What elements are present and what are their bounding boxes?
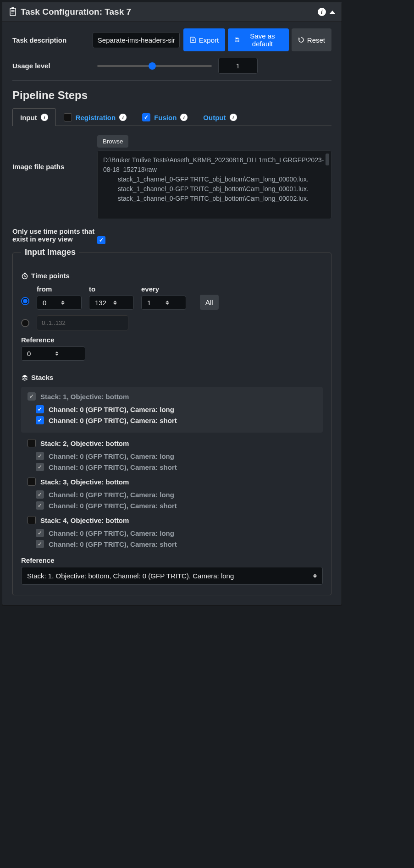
channel-label: Channel: 0 (GFP TRITC), Camera: long xyxy=(49,529,174,537)
only-timepoints-checkbox[interactable] xyxy=(97,236,105,244)
stack-checkbox[interactable] xyxy=(28,516,36,524)
info-icon[interactable]: i xyxy=(180,114,188,121)
stack-header: Stack: 1, Objective: bottom xyxy=(28,392,316,401)
every-input[interactable]: 1 xyxy=(141,296,186,310)
paths-listbox[interactable]: D:\Bruker Trulive Tests\Anseth_KBMB_2023… xyxy=(97,150,331,219)
export-button[interactable]: Export xyxy=(183,28,225,51)
only-timepoints-label: Only use time points that exist in every… xyxy=(12,227,97,243)
channel-checkbox[interactable] xyxy=(36,540,44,548)
channel-checkbox[interactable] xyxy=(36,529,44,537)
export-label: Export xyxy=(199,36,219,44)
channel-checkbox[interactable] xyxy=(36,463,44,471)
stack-checkbox[interactable] xyxy=(28,392,36,401)
save-icon xyxy=(234,37,240,43)
tab-input-label: Input xyxy=(20,114,37,121)
stack-header: Stack: 2, Objective: bottom xyxy=(21,439,323,447)
channel-row: Channel: 0 (GFP TRITC), Camera: short xyxy=(21,540,323,548)
to-label: to xyxy=(89,285,134,293)
stack-reference-select[interactable]: Stack: 1, Objective: bottom, Channel: 0 … xyxy=(21,567,323,585)
channel-checkbox[interactable] xyxy=(36,452,44,460)
stack-group: Stack: 2, Objective: bottom Channel: 0 (… xyxy=(21,439,323,471)
channel-checkbox[interactable] xyxy=(36,405,44,413)
stack-checkbox[interactable] xyxy=(28,478,36,486)
channel-label: Channel: 0 (GFP TRITC), Camera: short xyxy=(49,502,177,510)
tab-output-label: Output xyxy=(203,114,226,121)
svg-rect-8 xyxy=(24,273,26,274)
channel-checkbox[interactable] xyxy=(36,490,44,499)
channel-row: Channel: 0 (GFP TRITC), Camera: short xyxy=(28,416,316,424)
timepoints-expr-radio[interactable] xyxy=(21,319,29,327)
save-default-button[interactable]: Save as default xyxy=(228,28,289,51)
reference-tp-input[interactable]: 0 xyxy=(21,346,85,361)
svg-rect-4 xyxy=(11,13,14,13)
info-icon[interactable]: i xyxy=(230,114,237,121)
pipeline-title: Pipeline Steps xyxy=(12,89,331,102)
timepoints-heading: Time points xyxy=(21,272,323,280)
task-description-input[interactable] xyxy=(93,32,180,48)
channel-checkbox[interactable] xyxy=(36,501,44,510)
channel-row: Channel: 0 (GFP TRITC), Camera: long xyxy=(28,405,316,413)
registration-checkbox[interactable] xyxy=(64,113,72,121)
stack-reference-value: Stack: 1, Objective: bottom, Channel: 0 … xyxy=(27,572,234,580)
reset-label: Reset xyxy=(307,36,325,44)
info-icon[interactable]: i xyxy=(119,114,127,121)
channel-row: Channel: 0 (GFP TRITC), Camera: long xyxy=(21,490,323,499)
clipboard-icon xyxy=(9,7,17,16)
task-description-label: Task description xyxy=(12,36,93,44)
collapse-caret-icon[interactable] xyxy=(330,11,335,14)
channel-label: Channel: 0 (GFP TRITC), Camera: short xyxy=(49,540,177,548)
tab-fusion[interactable]: Fusion i xyxy=(134,108,195,126)
svg-rect-5 xyxy=(236,38,238,39)
to-input[interactable]: 132 xyxy=(89,296,134,310)
panel-title: Task Configuration: Task 7 xyxy=(21,7,318,17)
layers-icon xyxy=(21,374,28,381)
stack-title: Stack: 3, Objective: bottom xyxy=(40,478,129,486)
tab-registration[interactable]: Registration i xyxy=(56,108,135,126)
every-label: every xyxy=(141,285,186,293)
stack-group: Stack: 3, Objective: bottom Channel: 0 (… xyxy=(21,478,323,510)
timepoints-expr-row xyxy=(21,315,323,330)
tab-registration-label: Registration xyxy=(76,114,116,121)
tab-content-input: Image file paths Browse D:\Bruker Truliv… xyxy=(12,126,331,595)
stack-title: Stack: 1, Objective: bottom xyxy=(40,393,129,401)
reference-tp-label: Reference xyxy=(21,336,323,344)
channel-row: Channel: 0 (GFP TRITC), Camera: short xyxy=(21,501,323,510)
task-buttons: Export Save as default Reset xyxy=(183,28,331,51)
usage-level-label: Usage level xyxy=(12,62,97,70)
file-entry: stack_1_channel_0-GFP TRITC_obj_bottom\C… xyxy=(103,194,326,203)
task-description-row: Task description Export Save as default … xyxy=(12,28,331,51)
from-input[interactable]: 0 xyxy=(37,296,82,310)
info-icon[interactable]: i xyxy=(318,8,326,16)
fusion-checkbox[interactable] xyxy=(142,113,150,121)
stack-title: Stack: 2, Objective: bottom xyxy=(40,439,129,447)
pipeline-tabs: Input i Registration i Fusion i Output i xyxy=(12,108,331,126)
timepoints-expr-input[interactable] xyxy=(37,315,128,330)
scrollbar-thumb[interactable] xyxy=(326,154,329,165)
file-entry: stack_1_channel_0-GFP TRITC_obj_bottom\C… xyxy=(103,184,326,194)
stack-header: Stack: 3, Objective: bottom xyxy=(21,478,323,486)
usage-slider[interactable] xyxy=(97,65,212,67)
reference-tp-block: Reference 0 xyxy=(21,336,323,361)
reset-icon xyxy=(298,37,304,43)
info-icon[interactable]: i xyxy=(41,114,48,121)
tab-input[interactable]: Input i xyxy=(12,108,56,126)
stack-group: Stack: 1, Objective: bottom Channel: 0 (… xyxy=(21,387,323,433)
all-button[interactable]: All xyxy=(200,295,219,310)
stack-group: Stack: 4, Objective: bottom Channel: 0 (… xyxy=(21,516,323,548)
stack-checkbox[interactable] xyxy=(28,439,36,447)
timepoints-range-row: from 0 to 132 every 1 All xyxy=(21,285,323,310)
browse-button[interactable]: Browse xyxy=(97,135,128,148)
tab-fusion-label: Fusion xyxy=(154,114,177,121)
channel-checkbox[interactable] xyxy=(36,416,44,424)
timepoints-range-radio[interactable] xyxy=(21,297,29,305)
slider-thumb-icon[interactable] xyxy=(149,62,156,70)
reset-button[interactable]: Reset xyxy=(292,28,331,51)
usage-level-input[interactable] xyxy=(218,58,258,74)
channel-label: Channel: 0 (GFP TRITC), Camera: long xyxy=(49,491,174,499)
save-default-label: Save as default xyxy=(243,32,282,48)
svg-rect-3 xyxy=(11,11,15,12)
panel-header: Task Configuration: Task 7 i xyxy=(2,2,342,22)
tab-output[interactable]: Output i xyxy=(195,108,244,126)
panel-body: Task description Export Save as default … xyxy=(2,22,342,605)
stack-header: Stack: 4, Objective: bottom xyxy=(21,516,323,524)
